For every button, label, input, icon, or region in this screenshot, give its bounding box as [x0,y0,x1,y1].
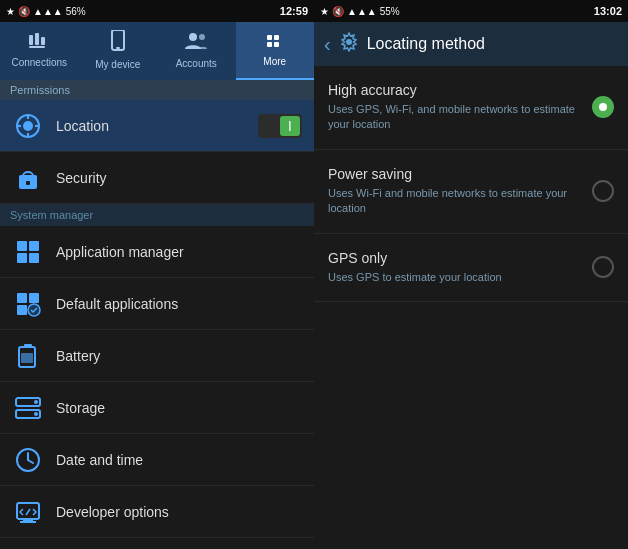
battery-label: Battery [56,348,302,364]
gps-only-option[interactable]: GPS only Uses GPS to estimate your locat… [314,234,628,302]
svg-rect-21 [17,241,27,251]
high-accuracy-radio[interactable] [592,96,614,118]
power-saving-content: Power saving Uses Wi-Fi and mobile netwo… [328,166,582,217]
svg-line-39 [28,460,33,463]
security-label: Security [56,170,302,186]
svg-rect-5 [116,47,120,49]
tab-bar: Connections My device Accounts [0,22,314,80]
tab-my-device-label: My device [95,59,140,70]
system-manager-header: System manager [0,204,314,226]
svg-rect-20 [26,181,30,185]
default-apps-icon [12,288,44,320]
svg-rect-25 [17,293,27,303]
gps-only-desc: Uses GPS to estimate your location [328,270,582,285]
svg-line-43 [26,509,30,515]
location-icon [12,110,44,142]
high-accuracy-content: High accuracy Uses GPS, Wi-Fi, and mobil… [328,82,582,133]
date-time-menu-item[interactable]: Date and time [0,434,314,486]
top-bar-title: Locating method [367,35,618,53]
svg-rect-10 [267,42,272,47]
tab-accounts-label: Accounts [176,58,217,69]
storage-label: Storage [56,400,302,416]
connections-icon [28,32,50,53]
high-accuracy-title: High accuracy [328,82,582,98]
tab-connections[interactable]: Connections [0,22,79,80]
developer-menu-item[interactable]: Developer options [0,486,314,538]
back-button[interactable]: ‹ [324,33,331,56]
battery-menu-item[interactable]: Battery [0,330,314,382]
gps-only-radio[interactable] [592,256,614,278]
date-time-icon [12,444,44,476]
tab-my-device[interactable]: My device [79,22,158,80]
right-bluetooth-icon: ★ [320,6,329,17]
svg-point-13 [23,121,33,131]
svg-point-36 [34,412,38,416]
svg-point-35 [34,400,38,404]
tab-connections-label: Connections [11,57,67,68]
svg-rect-26 [29,293,39,303]
tab-more-label: More [263,56,286,67]
right-time: 13:02 [594,5,622,17]
left-time: 12:59 [280,5,308,17]
default-apps-menu-item[interactable]: Default applications [0,278,314,330]
bluetooth-icon: ★ [6,6,15,17]
top-bar-right: ‹ Locating method [314,22,628,66]
location-toggle[interactable] [258,114,302,138]
status-bar-right: ★ 🔇 ▲▲▲ 55% 13:02 [314,0,628,22]
storage-icon [12,392,44,424]
tab-more[interactable]: More [236,22,315,80]
power-saving-title: Power saving [328,166,582,182]
svg-rect-32 [21,353,33,363]
svg-rect-0 [29,35,33,45]
app-manager-label: Application manager [56,244,302,260]
svg-rect-1 [35,33,39,45]
power-saving-radio[interactable] [592,180,614,202]
location-label: Location [56,118,258,134]
mute-icon: 🔇 [18,6,30,17]
accounts-icon [185,31,207,54]
svg-rect-22 [29,241,39,251]
svg-rect-23 [17,253,27,263]
default-apps-label: Default applications [56,296,302,312]
svg-rect-9 [274,35,279,40]
svg-point-7 [199,34,205,40]
app-manager-icon [12,236,44,268]
high-accuracy-option[interactable]: High accuracy Uses GPS, Wi-Fi, and mobil… [314,66,628,150]
right-mute-icon: 🔇 [332,6,344,17]
right-panel: ★ 🔇 ▲▲▲ 55% 13:02 ‹ Locating method High… [314,0,628,549]
locating-method-gear-icon [339,32,359,57]
status-bar-left: ★ 🔇 ▲▲▲ 56% 12:59 [0,0,314,22]
svg-rect-24 [29,253,39,263]
battery-menu-icon [12,340,44,372]
toggle-thumb [280,116,300,136]
more-icon [264,33,286,52]
power-saving-option[interactable]: Power saving Uses Wi-Fi and mobile netwo… [314,150,628,234]
menu-list: Location Security System manager [0,100,314,549]
option-list: High accuracy Uses GPS, Wi-Fi, and mobil… [314,66,628,549]
developer-label: Developer options [56,504,302,520]
battery-left: 56% [66,6,86,17]
app-manager-menu-item[interactable]: Application manager [0,226,314,278]
left-status-icons: ★ 🔇 ▲▲▲ 56% [6,6,86,17]
storage-menu-item[interactable]: Storage [0,382,314,434]
gps-only-content: GPS only Uses GPS to estimate your locat… [328,250,582,285]
svg-rect-8 [267,35,272,40]
security-icon [12,162,44,194]
security-menu-item[interactable]: Security [0,152,314,204]
svg-rect-2 [41,37,45,45]
permissions-header: Permissions [0,80,314,100]
left-panel: ★ 🔇 ▲▲▲ 56% 12:59 Connections [0,0,314,549]
svg-rect-11 [274,42,279,47]
location-menu-item[interactable]: Location [0,100,314,152]
svg-point-6 [189,33,197,41]
svg-rect-31 [24,344,32,348]
date-time-label: Date and time [56,452,302,468]
svg-rect-3 [29,46,45,48]
svg-rect-27 [17,305,27,315]
right-status-icons: ★ 🔇 ▲▲▲ 55% [320,6,400,17]
tab-accounts[interactable]: Accounts [157,22,236,80]
high-accuracy-desc: Uses GPS, Wi-Fi, and mobile networks to … [328,102,582,133]
power-saving-desc: Uses Wi-Fi and mobile networks to estima… [328,186,582,217]
my-device-icon [110,30,126,55]
developer-icon [12,496,44,528]
